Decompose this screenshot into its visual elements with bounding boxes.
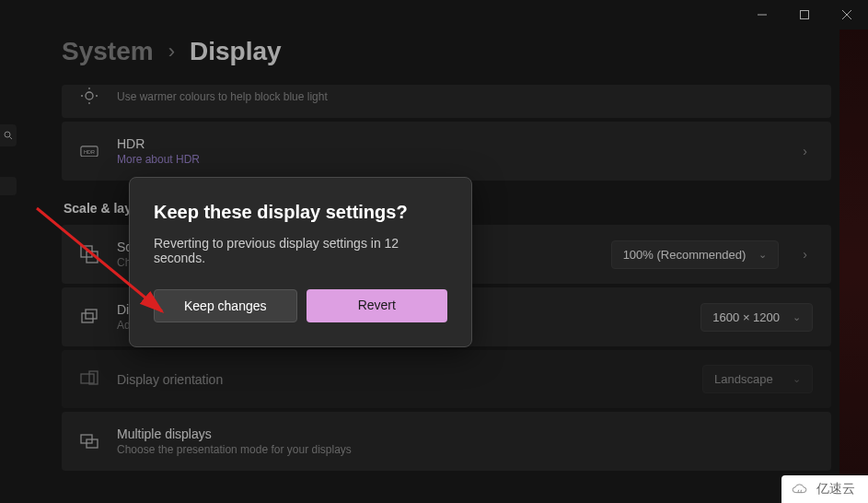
dialog-title: Keep these display settings? [154,202,447,223]
watermark: 亿速云 [781,475,868,503]
watermark-text: 亿速云 [816,481,855,497]
keep-changes-button[interactable]: Keep changes [154,289,297,322]
revert-button[interactable]: Revert [307,289,448,322]
cloud-icon [791,483,811,496]
dialog-text: Reverting to previous display settings i… [154,236,447,265]
keep-settings-dialog: Keep these display settings? Reverting t… [129,177,472,347]
